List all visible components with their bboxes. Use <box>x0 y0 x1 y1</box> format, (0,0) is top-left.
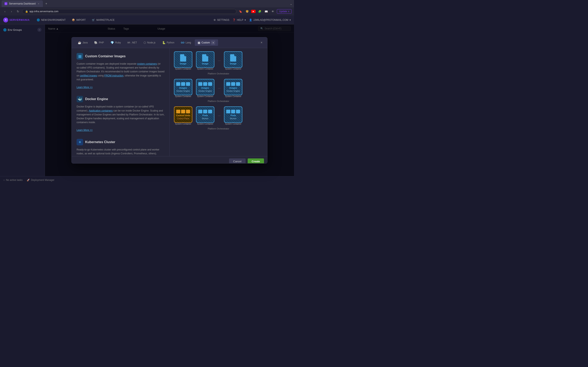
k8s-pods-worker-card-1[interactable]: Pods Worker System Container <box>195 106 215 125</box>
tab-python[interactable]: 🐍 Python <box>159 40 177 45</box>
deployment-manager-item[interactable]: 🚀 Deployment Manager <box>27 179 54 182</box>
docker-engine-desc: Docker Engine is deployed inside a syste… <box>77 105 164 132</box>
k8s-pods-worker-card-2-box[interactable]: Pods Worker <box>224 106 242 123</box>
tasks-icon: ○ <box>3 179 5 182</box>
create-button[interactable]: Create <box>248 158 264 164</box>
env-groups-icon: 🌐 <box>3 28 7 31</box>
forward-button[interactable]: › <box>9 9 14 14</box>
user-chevron-icon: ▾ <box>290 18 291 21</box>
modal-footer: Cancel Create <box>72 156 267 164</box>
docker-card-2-squares <box>198 82 212 86</box>
system-containers-link[interactable]: system containers <box>137 62 157 65</box>
env-groups-label: Env Groups <box>8 28 22 31</box>
docker-card-3[interactable]: Images Docker Engine System Container <box>223 79 243 98</box>
tab-ruby[interactable]: 💎 Ruby <box>108 40 124 45</box>
refresh-button[interactable]: ↻ <box>16 9 20 14</box>
custom-image-card-3[interactable]: Image System Container <box>223 51 243 70</box>
docker-card-2-box[interactable]: Images Docker Engine <box>196 79 214 95</box>
docker-card-3-box[interactable]: Images Docker Engine <box>224 79 242 95</box>
custom-image-card-2[interactable]: Image System Container <box>195 51 215 70</box>
pods-label-1: Pods <box>203 114 208 117</box>
k8s-control-units-card-box[interactable]: Control Units Control Plane <box>174 106 192 123</box>
custom-images-title: ▦ Custom Container Images <box>77 53 164 59</box>
window-expand-icon[interactable]: ⌄ <box>290 2 292 6</box>
app-header: S SERVERMANIA 🌐 NEW ENVIRONMENT 📦 IMPORT… <box>0 16 294 25</box>
app-logo[interactable]: S SERVERMANIA <box>3 17 30 22</box>
help-label: HELP <box>237 18 243 21</box>
import-nav-item[interactable]: 📦 IMPORT <box>69 17 88 23</box>
app-containers-link[interactable]: Application containers <box>89 109 112 112</box>
settings-item[interactable]: ⚙ SETTINGS <box>214 18 229 21</box>
php-icon: 🐘 <box>94 41 98 44</box>
custom-image-card-1-box[interactable]: Image <box>174 51 192 68</box>
custom-images-cards-section: Image System Container Image <box>173 51 264 75</box>
address-bar[interactable]: 🔒 app.infra.servermania.com <box>22 9 236 14</box>
net-icon: /V\ <box>127 42 130 44</box>
worker-label-2: Worker <box>230 117 236 120</box>
help-item[interactable]: ❓ HELP ▾ <box>233 18 246 21</box>
brave-lion-icon[interactable]: 🦁 <box>245 9 250 14</box>
worker-label-1: Worker <box>202 117 208 120</box>
browser-tab[interactable]: S Servermania Dashboard × <box>2 0 43 7</box>
custom-image-card-2-box[interactable]: Image <box>196 51 214 68</box>
add-env-group-button[interactable]: + <box>37 28 42 32</box>
help-icon: ❓ <box>233 18 236 21</box>
new-environment-label: NEW ENVIRONMENT <box>41 18 66 21</box>
back-button[interactable]: ‹ <box>2 9 7 14</box>
tab-php[interactable]: 🐘 PHP <box>91 40 107 45</box>
modal-dialog: ☕ Java 🐘 PHP 💎 Ruby /V\ .NET <box>71 37 268 164</box>
profile-icon[interactable]: 👁 <box>270 9 275 14</box>
bookmark-icon[interactable]: 🔖 <box>238 9 243 14</box>
go-icon: GO <box>181 42 184 44</box>
card3-caption: System Container <box>225 68 241 70</box>
card2-label: Image <box>202 62 208 65</box>
logo-text: SERVERMANIA <box>9 18 30 21</box>
card2-caption: System Container <box>197 68 213 70</box>
docker-engine-section: 🐳 Docker Engine Docker Engine is deploye… <box>77 96 164 132</box>
from-instruction-link[interactable]: FROM instruction <box>104 74 123 77</box>
address-text: app.infra.servermania.com <box>29 10 58 13</box>
docker-card-2[interactable]: Images Docker Engine System Container <box>195 79 215 98</box>
sidebar: 🌐 Env Groups + <box>0 25 45 176</box>
custom-images-learn-more-link[interactable]: Learn More >> <box>77 86 93 89</box>
update-label: Update <box>279 10 287 13</box>
pods-square-2a <box>226 110 230 113</box>
k8s-square-1c <box>186 110 190 113</box>
update-button[interactable]: Update ≡ <box>277 9 292 14</box>
pods-square-1a <box>198 110 202 113</box>
cancel-button[interactable]: Cancel <box>229 158 245 164</box>
tab-java[interactable]: ☕ Java <box>75 40 90 45</box>
square-2a <box>198 82 202 86</box>
docker-card-3-label: Images <box>229 87 237 89</box>
custom-image-card-3-box[interactable]: Image <box>224 51 242 68</box>
tab-close-button[interactable]: × <box>37 2 40 5</box>
marketplace-nav-item[interactable]: 🛒 MARKETPLACE <box>89 17 117 23</box>
modal-close-button[interactable]: × <box>259 40 264 45</box>
tab-go[interactable]: GO Lang <box>178 40 194 45</box>
sidebar-icon[interactable]: 📖 <box>264 9 269 14</box>
tab-custom[interactable]: ▦ Custom ▾ <box>195 39 218 46</box>
kubernetes-title: ⎈ Kubernetes Cluster <box>77 139 164 145</box>
certified-images-link[interactable]: certified images <box>80 74 97 77</box>
python-icon: 🐍 <box>162 41 165 44</box>
tab-nodejs[interactable]: ⬡ Node.js <box>141 40 158 45</box>
custom-image-card-1[interactable]: Image System Container <box>173 51 193 70</box>
tab-net[interactable]: /V\ .NET <box>125 40 140 45</box>
k8s-control-units-card[interactable]: Control Units Control Plane System Conta… <box>173 106 193 125</box>
tab-nodejs-label: Node.js <box>147 41 156 44</box>
new-tab-button[interactable]: + <box>44 1 48 6</box>
docker-learn-more-link[interactable]: Learn More >> <box>77 129 93 132</box>
user-item[interactable]: 👤 JJMILAD@PROTONMAIL.COM ▾ <box>249 18 291 21</box>
new-environment-nav-item[interactable]: 🌐 NEW ENVIRONMENT <box>34 17 68 23</box>
custom-platform-label: Platform Orchestrator <box>173 72 264 75</box>
docker-card-1[interactable]: Images Docker Engine System Container <box>173 79 193 98</box>
k8s-pods-worker-card-2[interactable]: Pods Worker System Container <box>223 106 243 125</box>
docker-card-1-box[interactable]: Images Docker Engine <box>174 79 192 95</box>
youtube-icon[interactable]: ▶ <box>251 10 256 13</box>
k8s-pods-worker-card-1-box[interactable]: Pods Worker <box>196 106 214 123</box>
extensions-icon[interactable]: 🧩 <box>257 9 262 14</box>
custom-tab-dropdown[interactable]: ▾ <box>211 41 215 45</box>
k8s-square-1b <box>181 110 185 113</box>
custom-images-desc: Custom container images are deployed ins… <box>77 62 164 89</box>
docker-engine-heading: Docker Engine <box>85 97 108 101</box>
